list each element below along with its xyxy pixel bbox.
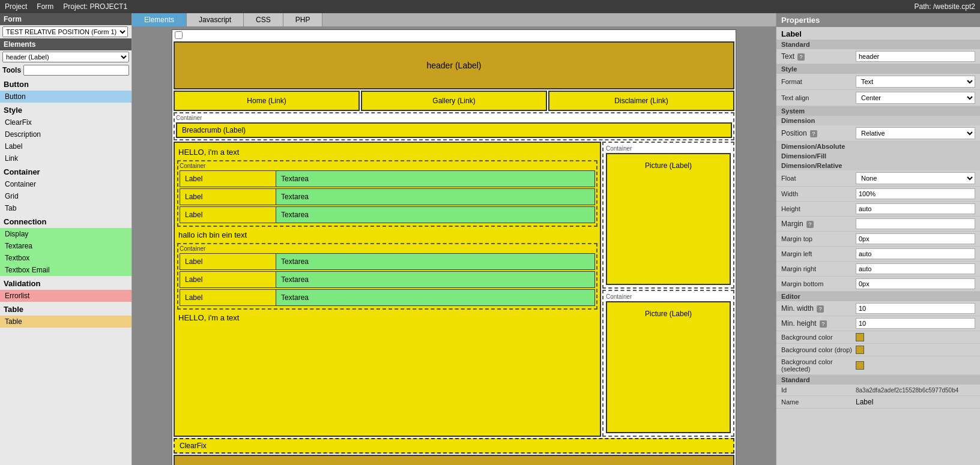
form-container-1: Container Label Textarea Label Textarea … [177, 160, 597, 227]
props-min-height-input[interactable] [856, 318, 975, 329]
props-text-align-label: Text align [781, 94, 853, 101]
sidebar-item-textbox[interactable]: Textbox [0, 252, 132, 264]
props-dim-fill: Dimension/Fill [776, 151, 980, 161]
hello-text-1: HELLO, i'm a text [177, 145, 597, 159]
props-margin-label: Margin ? [781, 220, 853, 228]
props-min-width-input[interactable] [856, 303, 975, 314]
props-text-input[interactable] [856, 51, 975, 62]
props-position-select[interactable]: Relative Absolute Fixed [856, 127, 975, 139]
min-width-help-icon[interactable]: ? [817, 305, 824, 313]
tools-input[interactable] [23, 65, 129, 76]
tab-css[interactable]: CSS [244, 13, 283, 26]
sidebar-item-tab[interactable]: Tab [0, 202, 132, 214]
sidebar-item-label[interactable]: Label [0, 140, 132, 152]
form-row-2-3[interactable]: Label Textarea [180, 289, 595, 306]
tab-php[interactable]: PHP [283, 13, 323, 26]
category-table: Table [0, 303, 132, 316]
props-min-height-label: Min. height ? [781, 319, 853, 328]
canvas-header-label[interactable]: header (Label) [174, 41, 734, 89]
project-name: Project: PROJECT1 [63, 2, 127, 11]
tab-javascript[interactable]: Javascript [187, 13, 244, 26]
sidebar-item-textbox-email[interactable]: Textbox Email [0, 264, 132, 276]
props-height-input[interactable] [856, 203, 975, 214]
margin-help-icon[interactable]: ? [806, 221, 814, 228]
form-row-1-2[interactable]: Label Textarea [180, 188, 595, 205]
tab-elements[interactable]: Elements [132, 13, 187, 26]
form-container-2: Container Label Textarea Label Textarea … [177, 243, 597, 310]
right-panel: Properties Label Standard Text ? Style F… [776, 13, 980, 465]
bg-color-drop-swatch[interactable] [856, 346, 864, 354]
sidebar-item-clearfix[interactable]: ClearFix [0, 116, 132, 128]
sidebar-item-table[interactable]: Table [0, 316, 132, 328]
min-height-help-icon[interactable]: ? [820, 320, 827, 328]
props-float-select[interactable]: None Left Right [856, 172, 975, 184]
nav-links-row: Home (Link) Gallery (Link) Disclaimer (L… [174, 91, 734, 111]
props-min-width-row: Min. width ? [776, 301, 980, 316]
sidebar-item-textarea[interactable]: Textarea [0, 240, 132, 252]
canvas-footer-label[interactable]: Footer (Label) [174, 455, 734, 465]
breadcrumb-label[interactable]: Breadcrumb (Label) [176, 122, 732, 138]
elements-select[interactable]: header (Label) [2, 52, 129, 62]
left-panel: Form TEST RELATIVE POSITION (Form 1) ▼ E… [0, 13, 132, 465]
breadcrumb-container: Container Breadcrumb (Label) [174, 112, 734, 140]
nav-link-disclaimer[interactable]: Disclaimer (Link) [548, 91, 734, 111]
nav-link-home[interactable]: Home (Link) [174, 91, 360, 111]
props-height-label: Height [781, 205, 853, 212]
form-row-2-2[interactable]: Label Textarea [180, 271, 595, 288]
props-margin-input[interactable] [856, 218, 975, 229]
position-help-icon[interactable]: ? [810, 130, 817, 137]
props-margin-top-input[interactable] [856, 233, 975, 244]
bg-color-selected-swatch[interactable] [856, 361, 864, 370]
sidebar-item-description[interactable]: Description [0, 128, 132, 140]
props-margin-bottom-input[interactable] [856, 278, 975, 289]
sidebar-item-grid[interactable]: Grid [0, 190, 132, 202]
props-format-select[interactable]: Text HTML Markdown [856, 76, 975, 88]
hello-text-3: HELLO, i'm a text [177, 311, 597, 325]
form-row-label-2-3: Label [180, 290, 276, 305]
form-row-textarea-1-2: Textarea [276, 189, 594, 205]
bg-color-swatch[interactable] [856, 333, 864, 341]
props-margin-left-row: Margin left [776, 247, 980, 262]
props-width-input[interactable] [856, 188, 975, 199]
props-position-row: Position ? Relative Absolute Fixed [776, 125, 980, 142]
picture-container-1[interactable]: Picture (Label) [606, 153, 731, 285]
form-row-textarea-2-2: Textarea [276, 272, 594, 287]
props-text-align-select[interactable]: Center Left Right [856, 92, 975, 104]
clearfix-bar: ClearFix [174, 438, 734, 454]
form-menu[interactable]: Form [37, 2, 53, 11]
form-row-label-2-2: Label [180, 272, 276, 287]
props-bg-color-selected-row: Background color (selected) [776, 356, 980, 375]
props-margin-left-input[interactable] [856, 248, 975, 259]
form-row-textarea-1-3: Textarea [276, 207, 594, 223]
tab-bar: Elements Javascript CSS PHP [132, 13, 776, 27]
sidebar-item-button[interactable]: Button [0, 91, 132, 103]
props-float-label: Float [781, 175, 853, 182]
form-row-label-2-1: Label [180, 254, 276, 269]
picture-container-2[interactable]: Picture (Label) [606, 301, 731, 433]
form-select[interactable]: TEST RELATIVE POSITION (Form 1) [2, 26, 128, 37]
props-name-label: Name [781, 398, 853, 406]
text-help-icon[interactable]: ? [797, 53, 805, 61]
props-margin-right-row: Margin right [776, 262, 980, 277]
props-standard-header-2: Standard [776, 375, 980, 385]
props-margin-right-input[interactable] [856, 263, 975, 274]
props-format-label: Format [781, 78, 853, 85]
sidebar-item-display[interactable]: Display [0, 228, 132, 240]
sidebar-item-container[interactable]: Container [0, 178, 132, 190]
sidebar-item-link[interactable]: Link [0, 152, 132, 164]
canvas-area[interactable]: header (Label) Home (Link) Gallery (Link… [132, 27, 776, 465]
canvas-content: header (Label) Home (Link) Gallery (Link… [172, 29, 736, 465]
project-menu[interactable]: Project [5, 2, 27, 11]
nav-link-gallery[interactable]: Gallery (Link) [361, 91, 547, 111]
form-row-1-1[interactable]: Label Textarea [180, 170, 595, 187]
form-container-label-1: Container [180, 163, 595, 169]
picture-dashed-1: Container Picture (Label) [602, 142, 734, 289]
form-row-1-3[interactable]: Label Textarea [180, 206, 595, 223]
sidebar-item-errorlist[interactable]: Errorlist [0, 290, 132, 302]
form-row-2-1[interactable]: Label Textarea [180, 253, 595, 270]
props-standard-header: Standard [776, 40, 980, 49]
props-bg-color-drop-row: Background color (drop) [776, 344, 980, 356]
props-min-height-row: Min. height ? [776, 316, 980, 331]
canvas-checkbox[interactable] [175, 31, 183, 39]
props-id-value: 8a3a2dfa2adef2c15528b6c5977d50b4 [856, 387, 958, 394]
